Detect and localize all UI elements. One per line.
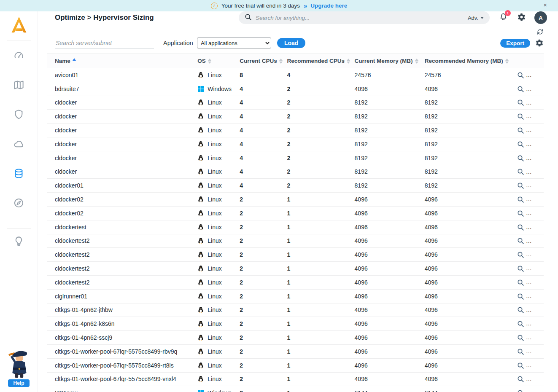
sidebar-item-insights[interactable] <box>10 233 28 251</box>
row-search-icon[interactable] <box>517 72 524 79</box>
row-details-icon[interactable] <box>529 127 536 134</box>
banner-close-icon[interactable]: × <box>543 2 547 8</box>
row-search-icon[interactable] <box>517 210 524 217</box>
row-search-icon[interactable] <box>517 141 524 148</box>
row-details-icon[interactable] <box>529 362 536 369</box>
row-chart-icon[interactable] <box>541 224 544 231</box>
user-avatar[interactable]: A <box>534 11 547 24</box>
row-details-icon[interactable] <box>529 334 536 341</box>
row-chart-icon[interactable] <box>541 306 544 314</box>
row-search-icon[interactable] <box>517 224 524 231</box>
row-chart-icon[interactable] <box>541 334 544 341</box>
row-chart-icon[interactable] <box>541 155 544 162</box>
column-header-recommended-cpus[interactable]: Recommended CPUs <box>283 54 351 68</box>
row-chart-icon[interactable] <box>541 113 544 120</box>
table-row[interactable]: cltkgs-01-4pn62-k8s6n Linux 2 1 4096 409… <box>47 317 544 331</box>
refresh-icon[interactable] <box>536 28 544 35</box>
table-row[interactable]: cltkgs-01-worker-pool-67lqr-5575cc8499-r… <box>47 344 544 358</box>
application-select[interactable]: All applications <box>197 38 271 48</box>
row-search-icon[interactable] <box>517 86 524 93</box>
sidebar-item-optimize[interactable] <box>10 165 28 183</box>
row-search-icon[interactable] <box>517 155 524 162</box>
row-search-icon[interactable] <box>517 306 524 314</box>
row-details-icon[interactable] <box>529 196 536 203</box>
row-details-icon[interactable] <box>529 279 536 286</box>
sidebar-item-dashboard[interactable] <box>10 47 28 65</box>
table-row[interactable]: cldocker02 Linux 2 1 4096 4096 <box>47 193 544 207</box>
table-row[interactable]: cldockertest2 Linux 2 1 4096 4096 <box>47 234 544 248</box>
row-chart-icon[interactable] <box>541 196 544 203</box>
table-row[interactable]: cldocker02 Linux 2 1 4096 4096 <box>47 206 544 220</box>
row-chart-icon[interactable] <box>541 127 544 134</box>
global-search[interactable]: Adv. <box>239 11 490 24</box>
table-row[interactable]: cltkgs-01-worker-pool-67lqr-5575cc8499-r… <box>47 358 544 372</box>
row-chart-icon[interactable] <box>541 182 544 189</box>
row-chart-icon[interactable] <box>541 279 544 286</box>
row-chart-icon[interactable] <box>541 237 544 244</box>
row-details-icon[interactable] <box>529 251 536 258</box>
sidebar-item-cloud[interactable] <box>10 136 28 153</box>
export-button[interactable]: Export <box>500 39 530 48</box>
column-header-current-cpus[interactable]: Current CPUs <box>236 54 283 68</box>
notifications-button[interactable]: 1 <box>499 13 508 23</box>
row-chart-icon[interactable] <box>541 265 544 272</box>
table-row[interactable]: DC1new Windows 2 1 6144 6144 <box>47 386 544 392</box>
row-chart-icon[interactable] <box>541 168 544 175</box>
table-row[interactable]: bdrsuite7 Windows 4 2 4096 4096 <box>47 82 544 96</box>
row-details-icon[interactable] <box>529 141 536 148</box>
row-details-icon[interactable] <box>529 376 536 383</box>
help-button[interactable]: Help <box>8 379 29 387</box>
column-header-current-memory[interactable]: Current Memory (MB) <box>351 54 421 68</box>
row-search-icon[interactable] <box>517 237 524 244</box>
row-chart-icon[interactable] <box>541 210 544 217</box>
settings-button[interactable] <box>517 13 526 23</box>
row-search-icon[interactable] <box>517 99 524 106</box>
row-chart-icon[interactable] <box>541 72 544 79</box>
row-details-icon[interactable] <box>529 113 536 120</box>
row-search-icon[interactable] <box>517 320 524 328</box>
row-details-icon[interactable] <box>529 210 536 217</box>
table-row[interactable]: cltkgs-01-4pn62-sscj9 Linux 2 1 4096 409… <box>47 331 544 345</box>
row-chart-icon[interactable] <box>541 293 544 300</box>
row-chart-icon[interactable] <box>541 86 544 93</box>
row-details-icon[interactable] <box>529 155 536 162</box>
row-details-icon[interactable] <box>529 389 536 392</box>
table-row[interactable]: avicon01 Linux 8 4 24576 24576 <box>47 68 544 82</box>
row-details-icon[interactable] <box>529 168 536 175</box>
row-search-icon[interactable] <box>517 334 524 341</box>
row-details-icon[interactable] <box>529 237 536 244</box>
table-row[interactable]: cltkgs-01-4pn62-jthbw Linux 2 1 4096 409… <box>47 303 544 317</box>
row-search-icon[interactable] <box>517 293 524 300</box>
row-search-icon[interactable] <box>517 113 524 120</box>
row-search-icon[interactable] <box>517 279 524 286</box>
row-search-icon[interactable] <box>517 196 524 203</box>
table-row[interactable]: cldocker Linux 4 2 8192 8192 <box>47 151 544 165</box>
row-details-icon[interactable] <box>529 182 536 189</box>
column-header-os[interactable]: OS <box>194 54 236 68</box>
table-settings-gear-icon[interactable] <box>535 39 544 47</box>
row-search-icon[interactable] <box>517 182 524 189</box>
table-row[interactable]: cldocker Linux 4 2 8192 8192 <box>47 96 544 110</box>
row-search-icon[interactable] <box>517 389 524 392</box>
row-details-icon[interactable] <box>529 86 536 93</box>
row-search-icon[interactable] <box>517 265 524 272</box>
table-row[interactable]: cldocker Linux 4 2 8192 8192 <box>47 124 544 137</box>
column-header-name[interactable]: Name <box>47 54 194 68</box>
row-search-icon[interactable] <box>517 376 524 383</box>
row-chart-icon[interactable] <box>541 99 544 106</box>
row-details-icon[interactable] <box>529 293 536 300</box>
row-chart-icon[interactable] <box>541 389 544 392</box>
row-details-icon[interactable] <box>529 99 536 106</box>
table-row[interactable]: cldocker Linux 4 2 8192 8192 <box>47 165 544 179</box>
row-details-icon[interactable] <box>529 265 536 272</box>
sidebar-item-map[interactable] <box>10 77 28 94</box>
table-row[interactable]: cldockertest Linux 2 1 4096 4096 <box>47 220 544 234</box>
sidebar-item-security[interactable] <box>10 106 28 124</box>
global-search-input[interactable] <box>256 15 468 21</box>
advanced-search-toggle[interactable]: Adv. <box>468 15 484 21</box>
table-row[interactable]: cldockertest2 Linux 2 1 4096 4096 <box>47 275 544 289</box>
sidebar-item-explore[interactable] <box>10 195 28 212</box>
row-chart-icon[interactable] <box>541 348 544 355</box>
load-button[interactable]: Load <box>277 38 305 48</box>
table-row[interactable]: cldocker Linux 4 2 8192 8192 <box>47 137 544 151</box>
